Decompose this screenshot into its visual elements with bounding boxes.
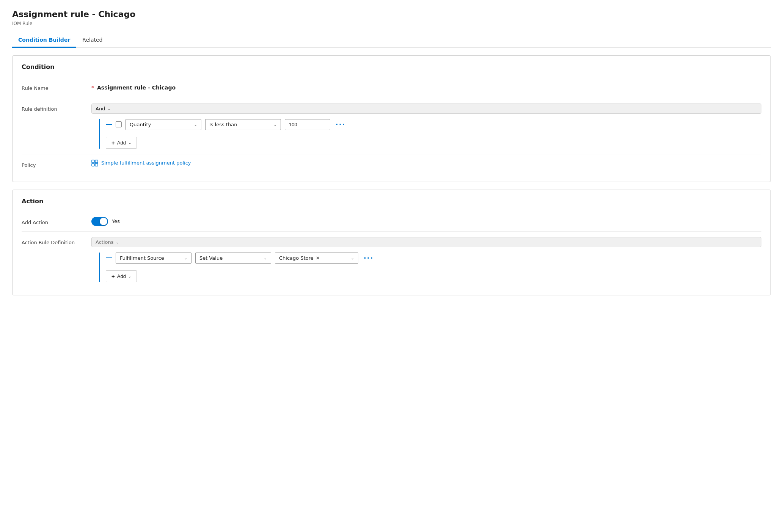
action-connector-line — [106, 257, 112, 258]
rule-definition-row: Rule definition And ⌄ Quantity — [22, 98, 761, 154]
policy-content: Simple fulfillment assignment policy — [91, 160, 761, 166]
connector-line — [106, 124, 112, 125]
actions-chevron-icon: ⌄ — [116, 240, 119, 244]
required-indicator: * — [91, 85, 94, 91]
condition-checkbox[interactable] — [116, 121, 122, 127]
svg-rect-2 — [92, 163, 94, 166]
action-plus-icon: + — [111, 273, 115, 279]
quantity-chevron-icon: ⌄ — [194, 122, 197, 127]
policy-label: Policy — [22, 160, 82, 169]
add-action-toggle[interactable] — [91, 217, 108, 226]
value-input[interactable] — [285, 119, 330, 130]
condition-section-title: Condition — [22, 63, 761, 71]
fulfillment-source-chevron-icon: ⌄ — [184, 256, 187, 260]
action-add-chevron-icon: ⌄ — [128, 274, 131, 278]
rule-definition-label: Rule definition — [22, 104, 82, 113]
add-action-condition-button[interactable]: + Add ⌄ — [106, 270, 137, 282]
operator-chevron-icon: ⌄ — [274, 122, 277, 127]
action-rule-tree: Fulfillment Source ⌄ Set Value ⌄ Chicago… — [91, 251, 761, 282]
and-dropdown[interactable]: And ⌄ — [91, 104, 761, 114]
action-row-ellipsis-button[interactable]: ··· — [362, 254, 375, 262]
action-section: Action Add Action Yes Action Rule Defini… — [12, 190, 771, 295]
rule-name-value: Assignment rule - Chicago — [97, 83, 176, 93]
action-operator-select-dropdown[interactable]: Set Value ⌄ — [195, 253, 271, 264]
condition-section: Condition Rule Name * Assignment rule - … — [12, 55, 771, 182]
rule-tree: Quantity ⌄ Is less than ⌄ ··· — [91, 118, 761, 149]
policy-link[interactable]: Simple fulfillment assignment policy — [91, 160, 761, 166]
toggle-knob — [100, 218, 107, 225]
field-select-dropdown[interactable]: Quantity ⌄ — [126, 119, 201, 130]
add-action-row: Add Action Yes — [22, 212, 761, 232]
action-rule-definition-label: Action Rule Definition — [22, 237, 82, 246]
page-title: Assignment rule - Chicago — [12, 9, 771, 20]
add-condition-button[interactable]: + Add ⌄ — [106, 137, 137, 149]
set-value-chevron-icon: ⌄ — [264, 256, 267, 260]
operator-select-dropdown[interactable]: Is less than ⌄ — [205, 119, 281, 130]
add-chevron-icon: ⌄ — [128, 141, 131, 145]
rule-tree-inner: Quantity ⌄ Is less than ⌄ ··· — [99, 119, 761, 149]
chip-chevron-icon: ⌄ — [351, 256, 354, 260]
chicago-store-chip[interactable]: Chicago Store ✕ ⌄ — [275, 253, 358, 264]
row-ellipsis-button[interactable]: ··· — [334, 121, 347, 129]
svg-rect-3 — [95, 163, 98, 166]
chip-close-icon[interactable]: ✕ — [316, 255, 320, 261]
svg-rect-1 — [95, 160, 98, 163]
tab-bar: Condition Builder Related — [12, 33, 771, 48]
add-action-content: Yes — [91, 217, 761, 226]
tab-condition-builder[interactable]: Condition Builder — [12, 33, 76, 48]
plus-icon: + — [111, 140, 115, 146]
rule-definition-content: And ⌄ Quantity ⌄ — [91, 104, 761, 149]
page-subtitle: IOM Rule — [12, 21, 771, 26]
chip-inner: Chicago Store ✕ — [279, 255, 320, 261]
rule-name-label: Rule Name — [22, 83, 82, 92]
action-field-select-dropdown[interactable]: Fulfillment Source ⌄ — [116, 253, 191, 264]
action-section-title: Action — [22, 198, 761, 205]
rule-name-row: Rule Name * Assignment rule - Chicago — [22, 77, 761, 98]
action-rule-tree-inner: Fulfillment Source ⌄ Set Value ⌄ Chicago… — [99, 253, 761, 282]
policy-icon — [91, 160, 98, 166]
action-row-1: Fulfillment Source ⌄ Set Value ⌄ Chicago… — [106, 253, 761, 264]
actions-dropdown[interactable]: Actions ⌄ — [91, 237, 761, 247]
add-action-label: Add Action — [22, 217, 82, 226]
page-header: Assignment rule - Chicago IOM Rule — [12, 9, 771, 26]
action-rule-definition-row: Action Rule Definition Actions ⌄ Fulfill… — [22, 232, 761, 287]
and-chevron-icon: ⌄ — [107, 107, 110, 111]
tab-related[interactable]: Related — [76, 33, 108, 48]
svg-rect-0 — [92, 160, 94, 163]
toggle-container: Yes — [91, 217, 761, 226]
condition-row-1: Quantity ⌄ Is less than ⌄ ··· — [106, 119, 761, 130]
action-rule-definition-content: Actions ⌄ Fulfillment Source ⌄ — [91, 237, 761, 282]
toggle-label: Yes — [112, 218, 120, 224]
rule-name-content: * Assignment rule - Chicago — [91, 83, 761, 93]
policy-row: Policy Simple fulfillment assignment pol… — [22, 154, 761, 174]
